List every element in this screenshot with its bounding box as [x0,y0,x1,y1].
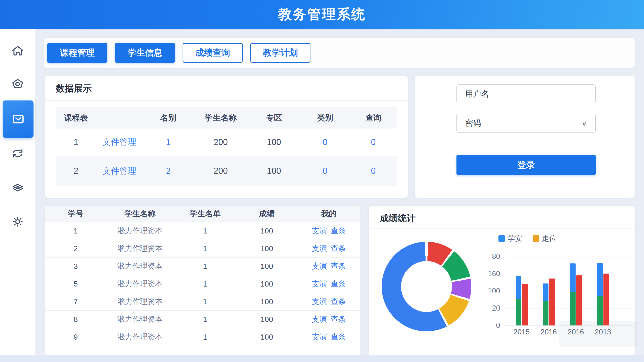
student-score: 100 [236,227,297,235]
bar-green-segment [597,296,603,326]
student-list: 1 [174,244,236,253]
column-header: 我的 [297,208,360,219]
student-list: 1 [174,333,236,342]
student-name: 淞力作理资本 [106,244,174,254]
action-link-2[interactable]: 查条 [331,280,346,288]
table-row: 9淞力作理资本1100支演查条 [45,328,360,346]
student-name: 淞力作理资本 [106,279,174,289]
sidebar-item-home[interactable] [0,36,36,65]
column-header: 学生名称 [106,208,174,219]
row-actions: 支演查条 [297,296,360,307]
student-name: 淞力作理资本 [106,296,174,307]
bar-blue-segment [516,276,521,299]
row-actions: 支演查条 [297,314,360,324]
student-name: 淞力作理资本 [106,226,174,236]
group-link[interactable]: 2 [143,166,194,176]
course-table-header: 课程表 名别 学生名称 专区 类别 查询 [56,107,397,128]
student-name: 淞力作理资本 [106,261,174,272]
divider [45,100,408,101]
action-link-1[interactable]: 支演 [312,226,327,235]
student-no: 5 [45,280,106,288]
login-button[interactable]: 登录 [456,155,596,175]
student-list: 1 [174,262,236,271]
course-table: 课程表 名别 学生名称 专区 类别 查询 1文件管理1200100002文件管理… [56,107,397,186]
sidebar-item-layers[interactable] [0,173,36,202]
student-score: 100 [236,315,297,324]
table-row: 3淞力作理资本1100支演查条 [45,258,360,275]
row-actions: 支演查条 [297,226,360,236]
column-header: 专区 [248,112,300,123]
query-link[interactable]: 0 [350,166,397,176]
legend-swatch-orange [533,235,539,242]
zone-count: 100 [248,137,300,147]
x-axis-label: 2015 [508,328,536,336]
row-actions: 支演查条 [297,244,360,254]
student-score: 100 [236,298,297,306]
action-link-2[interactable]: 查条 [331,262,346,270]
sidebar-item-messages-active[interactable] [3,100,34,138]
row-actions: 支演查条 [297,332,360,342]
sidebar-item-settings[interactable] [0,208,36,236]
action-link-1[interactable]: 支演 [312,332,327,341]
home-icon [11,44,24,58]
gridline [505,256,632,257]
student-score: 100 [236,262,297,271]
row-index: 2 [56,166,96,176]
action-link-2[interactable]: 查条 [331,244,346,252]
type-link[interactable]: 0 [300,137,350,147]
action-link-1[interactable]: 支演 [312,297,327,306]
sidebar-item-badge[interactable] [0,70,36,98]
action-link-1[interactable]: 支演 [312,315,327,323]
students-table: 学号 学生名称 学生名单 成绩 我的 1淞力作理资本1100支演查条2淞力作理资… [45,206,360,346]
course-link[interactable]: 文件管理 [96,165,143,177]
student-no: 3 [45,262,106,271]
student-list: 1 [174,315,236,324]
sidebar-item-sync[interactable] [0,139,36,168]
row-actions: 支演查条 [297,261,360,272]
students-count: 200 [194,166,248,176]
student-name: 淞力作理资本 [106,314,174,324]
x-axis-label: 2016 [562,328,590,336]
type-link[interactable]: 0 [300,166,350,176]
score-stats-card: 成绩统计 学安 走位 801601002002015201620162013 [369,206,634,356]
tab-score-query[interactable]: 成绩查询 [182,43,243,63]
tab-course-management[interactable]: 课程管理 [47,43,107,63]
y-axis-tick: 100 [481,287,500,295]
group-link[interactable]: 1 [143,137,194,147]
table-row: 7淞力作理资本1100支演查条 [45,293,360,310]
y-axis-tick: 20 [481,304,500,312]
bar-red [549,278,555,326]
table-row: 1淞力作理资本1100支演查条 [45,222,360,240]
action-link-2[interactable]: 查条 [331,332,346,341]
bar-green-segment [570,292,576,326]
action-link-1[interactable]: 支演 [312,262,327,270]
gridline [505,326,632,326]
username-input[interactable] [456,84,596,103]
column-header: 学生名单 [174,208,236,219]
tab-teaching-plan[interactable]: 教学计划 [250,43,310,63]
student-score: 100 [236,333,297,342]
action-link-2[interactable]: 查条 [331,315,346,323]
course-link[interactable]: 文件管理 [96,136,143,148]
students-table-body: 1淞力作理资本1100支演查条2淞力作理资本1100支演查条3淞力作理资本110… [45,222,360,346]
action-link-1[interactable]: 支演 [312,280,327,288]
table-row: 1文件管理120010000 [56,128,397,156]
app-header: 教务管理系统 [0,0,644,29]
action-link-2[interactable]: 查条 [331,226,346,235]
chevron-down-icon: ∨ [581,119,587,127]
legend-label: 学安 [508,234,522,244]
y-axis-tick: 0 [481,321,500,330]
course-table-body: 1文件管理1200100002文件管理220010000 [56,128,397,186]
action-link-2[interactable]: 查条 [331,297,346,306]
action-link-1[interactable]: 支演 [312,244,327,252]
sidebar [0,29,36,355]
student-no: 2 [45,244,106,253]
query-link[interactable]: 0 [350,137,397,147]
row-index: 1 [56,137,96,147]
bar-blue-segment [543,284,548,301]
password-select[interactable]: 密码 ∨ [456,114,596,132]
sync-icon [11,146,24,160]
table-row: 2文件管理220010000 [56,156,397,186]
login-card: 密码 ∨ 登录 [415,76,634,198]
tab-student-info[interactable]: 学生信息 [115,43,175,63]
